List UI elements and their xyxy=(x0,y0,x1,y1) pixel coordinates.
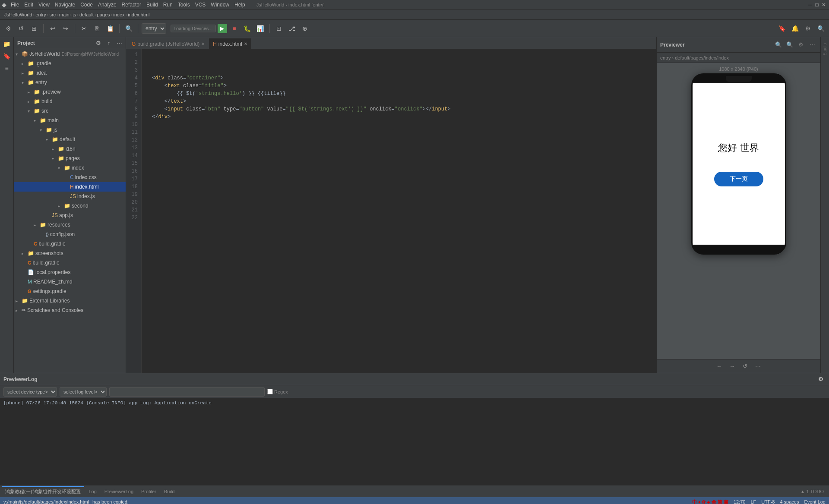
log-level-select[interactable]: select log level> xyxy=(60,387,107,397)
device-type-select[interactable]: select device type> xyxy=(3,387,57,397)
terminal-button[interactable]: ⊡ xyxy=(273,23,285,34)
paste-button[interactable]: 📋 xyxy=(104,23,116,34)
tree-item-entry[interactable]: ▾📁entry xyxy=(14,78,126,87)
breadcrumb-main[interactable]: main xyxy=(58,12,70,17)
git-button[interactable]: ⎇ xyxy=(286,23,297,34)
previewer-settings-btn[interactable]: ⚙ xyxy=(796,40,806,50)
redo-button[interactable]: ↪ xyxy=(60,23,71,34)
find-in-files-button[interactable]: ⊕ xyxy=(299,23,310,34)
breadcrumb-index[interactable]: index xyxy=(112,12,125,17)
tab-index-html[interactable]: H index.html ✕ xyxy=(209,38,251,49)
menu-edit[interactable]: Edit xyxy=(22,0,36,9)
previewer-rotate-btn[interactable]: ↺ xyxy=(740,362,750,371)
tab-build-gradle-close[interactable]: ✕ xyxy=(201,41,205,46)
profile-button[interactable]: 📊 xyxy=(255,23,266,34)
previewer-zoom-in-btn[interactable]: 🔍 xyxy=(785,40,794,50)
breadcrumb-js[interactable]: js xyxy=(72,12,77,17)
tree-item-External-Libraries[interactable]: ▸📁External Libraries xyxy=(14,296,126,306)
menu-navigate[interactable]: Navigate xyxy=(52,0,78,9)
minimize-button[interactable]: ─ xyxy=(807,0,813,9)
menu-window[interactable]: Window xyxy=(208,0,232,9)
breadcrumb-project[interactable]: JsHelloWorld xyxy=(3,12,33,17)
tree-item-js[interactable]: ▾📁js xyxy=(14,125,126,135)
tree-item-build[interactable]: ▸📁build xyxy=(14,97,126,106)
close-button[interactable]: ✕ xyxy=(820,0,827,9)
sidebar-more-btn[interactable]: ⋯ xyxy=(114,38,124,48)
tree-item-JsHelloWorld[interactable]: ▾📦JsHelloWorldD:\Person\jsHW\JsHelloWorl… xyxy=(14,49,126,59)
menu-build[interactable]: Build xyxy=(144,0,161,9)
sidebar-collapse-btn[interactable]: ↑ xyxy=(104,38,114,48)
tab-index-html-close[interactable]: ✕ xyxy=(244,41,247,46)
entry-dropdown[interactable]: entry xyxy=(142,23,166,34)
run-button[interactable]: ▶ xyxy=(218,24,227,33)
menu-help[interactable]: Help xyxy=(232,0,248,9)
bottom-tab-previewerlog[interactable]: PreviewerLog xyxy=(101,486,137,497)
tree-item--preview[interactable]: ▸📁.preview xyxy=(14,87,126,97)
tree-item-settings-gradle[interactable]: Gsettings.gradle xyxy=(14,287,126,296)
tab-build-gradle[interactable]: G build.gradle (JsHelloWorld) ✕ xyxy=(128,38,209,49)
tree-item-Scratches-and-Consoles[interactable]: ▸✏Scratches and Consoles xyxy=(14,306,126,315)
stop-button[interactable]: ■ xyxy=(229,23,240,34)
bookmarks-icon[interactable]: 🔖 xyxy=(1,50,13,62)
notifications-button[interactable]: 🔔 xyxy=(789,23,801,34)
previewer-more-btn[interactable]: ⋯ xyxy=(807,40,817,50)
tree-item-build-gradle[interactable]: Gbuild.gradle xyxy=(14,239,126,249)
previewer-more2-btn[interactable]: ⋯ xyxy=(753,362,763,371)
search-button[interactable]: 🔍 xyxy=(123,23,134,34)
tree-item-src[interactable]: ▾📁src xyxy=(14,106,126,116)
tree-item-i18n[interactable]: ▸📁i18n xyxy=(14,144,126,154)
previewer-zoom-out-btn[interactable]: 🔍 xyxy=(774,40,783,50)
undo-button[interactable]: ↩ xyxy=(47,23,58,34)
breadcrumb-src[interactable]: src xyxy=(48,12,57,17)
tree-item-default[interactable]: ▾📁default xyxy=(14,135,126,144)
bottom-tab-profiler[interactable]: Profiler xyxy=(138,486,160,497)
regex-checkbox[interactable] xyxy=(267,389,273,394)
menu-run[interactable]: Run xyxy=(161,0,175,9)
search-everywhere-button[interactable]: 🔍 xyxy=(815,23,826,34)
breadcrumb-pages[interactable]: pages xyxy=(96,12,111,17)
tree-item-second[interactable]: ▸📁second xyxy=(14,201,126,211)
tree-item-config-json[interactable]: {}config.json xyxy=(14,230,126,239)
menu-view[interactable]: View xyxy=(36,0,52,9)
bottom-tab-build[interactable]: Build xyxy=(161,486,178,497)
structure-icon[interactable]: ≡ xyxy=(1,62,13,74)
tree-item-resources[interactable]: ▸📁resources xyxy=(14,220,126,230)
sidebar-settings-btn[interactable]: ⚙ xyxy=(94,38,103,48)
tree-item-pages[interactable]: ▾📁pages xyxy=(14,154,126,163)
code-editor[interactable]: 12345678910111213141516171819202122 <div… xyxy=(126,49,656,373)
settings-button[interactable]: ⚙ xyxy=(802,23,813,34)
menu-vcs[interactable]: VCS xyxy=(193,0,209,9)
debug-button[interactable]: 🐛 xyxy=(242,23,253,34)
tree-item-screenshots[interactable]: ▸📁screenshots xyxy=(14,249,126,258)
project-icon[interactable]: 📁 xyxy=(1,38,13,50)
bottom-tab-log[interactable]: Log xyxy=(85,486,100,497)
menu-tools[interactable]: Tools xyxy=(175,0,193,9)
menu-refactor[interactable]: Refactor xyxy=(119,0,144,9)
tree-item-index-css[interactable]: Cindex.css xyxy=(14,173,126,182)
log-settings-btn[interactable]: ⚙ xyxy=(816,375,826,384)
event-log-label[interactable]: Event Log xyxy=(804,499,826,504)
tree-item-index[interactable]: ▾📁index xyxy=(14,163,126,173)
tree-item-main[interactable]: ▾📁main xyxy=(14,116,126,125)
tree-item-local-properties[interactable]: 📄local.properties xyxy=(14,268,126,277)
menu-analyze[interactable]: Analyze xyxy=(95,0,119,9)
cut-button[interactable]: ✂ xyxy=(79,23,90,34)
breadcrumb-entry[interactable]: entry xyxy=(35,12,47,17)
bottom-tab-tutorial[interactable]: 鸿蒙教程(一):鸿蒙组件开发环境配置 xyxy=(2,486,84,497)
phone-next-button[interactable]: 下一页 xyxy=(714,172,763,186)
bookmarks-button[interactable]: 🔖 xyxy=(776,23,788,34)
project-settings-button[interactable]: ⚙ xyxy=(3,23,14,34)
previewer-forward-btn[interactable]: → xyxy=(728,362,737,371)
breadcrumb-default[interactable]: default xyxy=(79,12,95,17)
tree-item-app-js[interactable]: JSapp.js xyxy=(14,211,126,220)
gradle-settings-button[interactable]: ⊞ xyxy=(28,23,40,34)
previewer-back-btn[interactable]: ← xyxy=(715,362,724,371)
copy-button[interactable]: ⎘ xyxy=(92,23,103,34)
tree-item-index-html[interactable]: Hindex.html xyxy=(14,182,126,192)
log-search-input[interactable] xyxy=(109,387,265,397)
sync-button[interactable]: ↺ xyxy=(16,23,27,34)
tree-item--idea[interactable]: ▸📁.idea xyxy=(14,68,126,78)
breadcrumb-file[interactable]: index.html xyxy=(127,12,150,17)
restore-button[interactable]: □ xyxy=(813,0,820,9)
tree-item--gradle[interactable]: ▸📁.gradle xyxy=(14,59,126,68)
